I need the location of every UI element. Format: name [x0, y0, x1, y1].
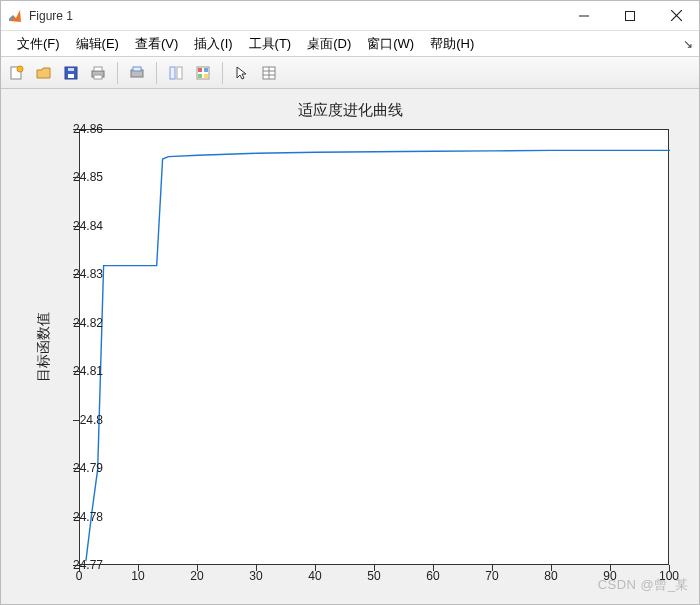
axes-container: 适应度进化曲线 目标函数值 24.7724.7824.7924.824.8124… — [1, 89, 699, 604]
x-tick-label: 30 — [249, 569, 262, 583]
menu-desktop[interactable]: 桌面(D) — [299, 32, 359, 56]
svg-rect-13 — [133, 67, 141, 71]
svg-line-3 — [671, 10, 682, 21]
x-tick-label: 90 — [603, 569, 616, 583]
y-tick-label: 24.79 — [49, 461, 103, 475]
y-tick-label: 24.81 — [49, 364, 103, 378]
print-preview-icon[interactable] — [125, 61, 149, 85]
y-tick-label: 24.84 — [49, 219, 103, 233]
x-tick-label: 70 — [485, 569, 498, 583]
x-tick-label: 60 — [426, 569, 439, 583]
menu-edit[interactable]: 编辑(E) — [68, 32, 127, 56]
svg-rect-7 — [68, 74, 74, 78]
x-tick-label: 10 — [131, 569, 144, 583]
maximize-button[interactable] — [607, 1, 653, 31]
inspector-icon[interactable] — [257, 61, 281, 85]
menu-window[interactable]: 窗口(W) — [359, 32, 422, 56]
matlab-icon — [7, 8, 23, 24]
svg-rect-1 — [626, 11, 635, 20]
svg-rect-11 — [94, 75, 102, 79]
menu-overflow-arrow[interactable]: ↘ — [683, 37, 693, 51]
svg-rect-19 — [198, 74, 202, 78]
x-tick-label: 20 — [190, 569, 203, 583]
open-icon[interactable] — [32, 61, 56, 85]
axes[interactable] — [79, 129, 669, 565]
series-line — [86, 150, 670, 561]
svg-rect-20 — [204, 74, 208, 78]
svg-rect-14 — [170, 67, 175, 79]
x-tick-label: 100 — [659, 569, 679, 583]
line-plot — [80, 130, 670, 566]
y-tick-label: 24.78 — [49, 510, 103, 524]
toolbar — [1, 57, 699, 89]
toolbar-separator — [156, 62, 157, 84]
titlebar: Figure 1 — [1, 1, 699, 31]
y-tick-label: 24.86 — [49, 122, 103, 136]
y-tick-label: 24.82 — [49, 316, 103, 330]
menu-insert[interactable]: 插入(I) — [186, 32, 240, 56]
minimize-button[interactable] — [561, 1, 607, 31]
y-tick-label: 24.83 — [49, 267, 103, 281]
y-tick-label: 24.85 — [49, 170, 103, 184]
svg-rect-10 — [94, 67, 102, 71]
save-icon[interactable] — [59, 61, 83, 85]
colorbar-icon[interactable] — [191, 61, 215, 85]
svg-rect-17 — [198, 68, 202, 72]
pointer-icon[interactable] — [230, 61, 254, 85]
svg-point-5 — [17, 66, 23, 72]
svg-rect-8 — [68, 68, 74, 71]
y-tick-label: 24.8 — [49, 413, 103, 427]
menubar: 文件(F) 编辑(E) 查看(V) 插入(I) 工具(T) 桌面(D) 窗口(W… — [1, 31, 699, 57]
close-button[interactable] — [653, 1, 699, 31]
link-axes-icon[interactable] — [164, 61, 188, 85]
figure-area: 适应度进化曲线 目标函数值 24.7724.7824.7924.824.8124… — [1, 89, 699, 604]
svg-rect-18 — [204, 68, 208, 72]
print-icon[interactable] — [86, 61, 110, 85]
svg-rect-15 — [177, 67, 182, 79]
menu-help[interactable]: 帮助(H) — [422, 32, 482, 56]
menu-tools[interactable]: 工具(T) — [241, 32, 300, 56]
x-tick-label: 80 — [544, 569, 557, 583]
chart-title: 适应度进化曲线 — [1, 101, 699, 120]
x-tick-label: 40 — [308, 569, 321, 583]
toolbar-separator — [222, 62, 223, 84]
x-tick-label: 0 — [76, 569, 83, 583]
window-title: Figure 1 — [29, 9, 561, 23]
svg-line-2 — [671, 10, 682, 21]
menu-file[interactable]: 文件(F) — [9, 32, 68, 56]
x-tick-label: 50 — [367, 569, 380, 583]
menu-view[interactable]: 查看(V) — [127, 32, 186, 56]
toolbar-separator — [117, 62, 118, 84]
new-figure-icon[interactable] — [5, 61, 29, 85]
